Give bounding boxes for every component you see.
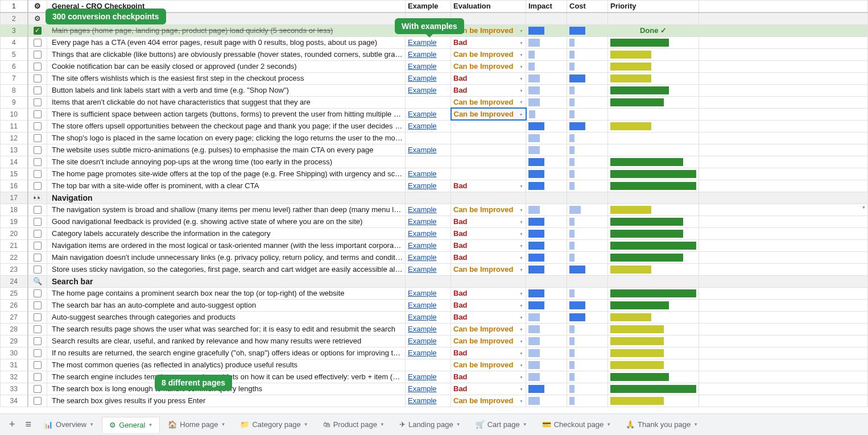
impact-cell[interactable] [526,335,567,347]
row-checkbox[interactable] [34,242,42,250]
evaluation-cell[interactable]: Bad▼ [451,72,526,84]
row-number[interactable]: 5 [1,48,28,60]
dropdown-arrow-icon[interactable]: ▼ [519,112,523,116]
table-row[interactable]: 25 The home page contains a prominent se… [1,287,868,299]
example-link[interactable]: Example [408,74,437,82]
cost-cell[interactable] [567,168,608,180]
example-cell[interactable] [406,156,451,168]
description-cell[interactable]: Good navigational feedback is provided (… [47,216,406,227]
table-row[interactable]: 20 Category labels accurately describe t… [1,227,868,239]
priority-cell[interactable] [608,335,699,347]
row-checkbox[interactable] [34,349,42,357]
impact-cell[interactable] [526,120,567,132]
example-cell[interactable]: Example [406,72,451,84]
chevron-down-icon[interactable]: ▼ [380,422,385,427]
sheet-tab[interactable]: 🛍Product page▼ [316,417,391,432]
description-cell[interactable]: Search results are clear, useful, and ra… [47,335,406,347]
dropdown-arrow-icon[interactable]: ▼ [519,88,523,92]
cost-cell[interactable] [567,36,608,48]
cost-header[interactable]: Cost [567,1,608,13]
impact-cell[interactable] [526,323,567,335]
checkbox-cell[interactable]: 👀 [28,192,47,204]
checkbox-cell[interactable]: 🔍 [28,275,47,287]
dropdown-arrow-icon[interactable]: ▼ [519,184,523,188]
table-row[interactable]: 34 The search box gives results if you p… [1,395,868,407]
impact-cell[interactable] [526,132,567,144]
row-checkbox[interactable] [34,182,42,190]
example-cell[interactable]: Example [406,204,451,216]
table-row[interactable]: 23 Store uses sticky navigation, so the … [1,263,868,275]
row-checkbox[interactable] [34,122,42,130]
cost-cell[interactable] [567,251,608,263]
checkbox-cell[interactable] [28,359,47,371]
impact-cell[interactable] [526,96,567,108]
evaluation-cell[interactable]: Can be Improved▼ [451,395,526,407]
table-row[interactable]: 13 The website uses subtle micro-animati… [1,144,868,156]
impact-cell[interactable] [526,227,567,239]
cost-cell[interactable] [567,299,608,311]
impact-cell[interactable] [526,192,567,204]
dropdown-arrow-icon[interactable]: ▼ [519,255,523,259]
row-number[interactable]: 32 [1,371,28,383]
cost-cell[interactable] [567,96,608,108]
example-cell[interactable]: Example [406,287,451,299]
example-link[interactable]: Example [408,241,437,250]
row-checkbox[interactable] [34,146,42,154]
description-cell[interactable]: Auto-suggest searches through categories… [47,311,406,323]
row-checkbox[interactable] [34,51,42,59]
row-checkbox[interactable] [34,110,42,118]
row-number[interactable]: 25 [1,287,28,299]
example-link[interactable]: Example [408,122,437,130]
priority-cell[interactable] [608,239,699,251]
table-row[interactable]: 5 Things that are clickable (like button… [1,48,868,60]
dropdown-arrow-icon[interactable]: ▼ [519,76,523,80]
dropdown-arrow-icon[interactable]: ▼ [519,64,523,68]
cost-cell[interactable] [567,192,608,204]
row-checkbox[interactable] [34,289,42,297]
checkbox-cell[interactable] [28,96,47,108]
priority-cell[interactable] [608,251,699,263]
example-link[interactable]: Example [408,50,437,59]
priority-cell[interactable] [608,371,699,383]
cost-cell[interactable] [567,263,608,275]
cost-cell[interactable] [567,60,608,72]
table-row[interactable]: 30 If no results are returned, the searc… [1,347,868,359]
checkbox-cell[interactable] [28,323,47,335]
row-checkbox[interactable] [34,337,42,345]
evaluation-cell[interactable]: Bad▼ [451,383,526,395]
dropdown-arrow-icon[interactable]: ▼ [519,363,523,367]
description-cell[interactable]: The navigation system is broad and shall… [47,204,406,216]
evaluation-cell[interactable] [451,132,526,144]
cost-cell[interactable] [567,72,608,84]
example-link[interactable]: Example [408,384,437,393]
priority-cell[interactable] [608,263,699,275]
evaluation-cell[interactable]: Bad▼ [451,239,526,251]
example-link[interactable]: Example [408,372,437,381]
dropdown-arrow-icon[interactable]: ▼ [519,28,523,32]
description-cell[interactable]: The site offers wishlists which is the e… [47,72,406,84]
row-number[interactable]: 31 [1,359,28,371]
impact-cell[interactable] [526,383,567,395]
cost-cell[interactable] [567,383,608,395]
priority-cell[interactable] [608,216,699,227]
example-cell[interactable]: Example [406,168,451,180]
example-link[interactable]: Example [408,325,437,333]
dropdown-arrow-icon[interactable]: ▼ [519,339,523,343]
priority-cell[interactable] [608,323,699,335]
dropdown-arrow-icon[interactable]: ▼ [519,375,523,379]
example-link[interactable]: Example [408,181,437,190]
description-cell[interactable]: The search bar has an auto-complete and … [47,299,406,311]
cost-cell[interactable] [567,275,608,287]
impact-cell[interactable] [526,13,567,25]
all-sheets-button[interactable]: ≡ [21,416,36,433]
checkbox-cell[interactable] [28,383,47,395]
table-row[interactable]: 7 The site offers wishlists which is the… [1,72,868,84]
checkbox-cell[interactable] [28,239,47,251]
impact-cell[interactable] [526,144,567,156]
table-row[interactable]: 24 🔍 Search bar ▼ [1,275,868,287]
cost-cell[interactable] [567,84,608,96]
table-row[interactable]: 31 The most common queries (as reflected… [1,359,868,371]
checkbox-cell[interactable] [28,156,47,168]
example-cell[interactable]: Example [406,323,451,335]
impact-cell[interactable] [526,84,567,96]
